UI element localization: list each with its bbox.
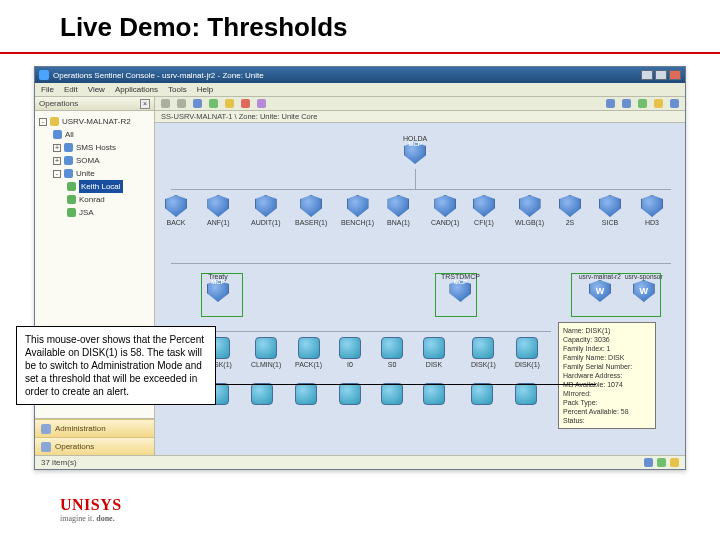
tree-item[interactable]: All bbox=[39, 128, 150, 141]
tool-icon[interactable] bbox=[638, 99, 647, 108]
menu-tools[interactable]: Tools bbox=[168, 85, 187, 94]
node[interactable]: AUDIT(1) bbox=[251, 195, 281, 226]
tree-item[interactable]: -Unite bbox=[39, 167, 150, 180]
cylinder-icon bbox=[339, 383, 361, 405]
tree-item[interactable]: +SMS Hosts bbox=[39, 141, 150, 154]
cylinder-icon bbox=[255, 337, 277, 359]
node-host[interactable]: usrv-sponsorW bbox=[625, 273, 663, 304]
menu-applications[interactable]: Applications bbox=[115, 85, 158, 94]
node-disk[interactable]: DISK bbox=[423, 337, 445, 368]
titlebar[interactable]: Operations Sentinel Console - usrv-malna… bbox=[35, 67, 685, 83]
tool-icon[interactable] bbox=[670, 99, 679, 108]
nav-operations[interactable]: Operations bbox=[35, 437, 154, 455]
maximize-button[interactable] bbox=[655, 70, 667, 80]
status-icon[interactable] bbox=[670, 458, 679, 467]
cylinder-icon bbox=[423, 337, 445, 359]
tool-icon[interactable] bbox=[177, 99, 186, 108]
node-disk[interactable] bbox=[515, 383, 537, 407]
tool-icon[interactable] bbox=[257, 99, 266, 108]
tree-item[interactable]: Konrad bbox=[39, 193, 150, 206]
node[interactable]: SICB bbox=[599, 195, 621, 226]
brand-logo: UNISYS imagine it. done. bbox=[60, 496, 122, 523]
node[interactable]: CAND(1) bbox=[431, 195, 459, 226]
cylinder-icon bbox=[295, 383, 317, 405]
tool-icon[interactable] bbox=[606, 99, 615, 108]
menu-file[interactable]: File bbox=[41, 85, 54, 94]
shield-icon bbox=[387, 195, 409, 217]
node-host[interactable]: usrv-malnat-r2W bbox=[579, 273, 621, 304]
shield-icon bbox=[559, 195, 581, 217]
tool-icon[interactable] bbox=[225, 99, 234, 108]
brand-tagline: imagine it. done. bbox=[60, 514, 122, 523]
menu-view[interactable]: View bbox=[88, 85, 105, 94]
node[interactable]: WLGB(1) bbox=[515, 195, 544, 226]
tool-icon[interactable] bbox=[193, 99, 202, 108]
node-disk[interactable] bbox=[381, 383, 403, 407]
node-disk[interactable] bbox=[295, 383, 317, 407]
node-disk[interactable] bbox=[471, 383, 493, 407]
status-icon[interactable] bbox=[657, 458, 666, 467]
status-icon[interactable] bbox=[644, 458, 653, 467]
tree-root[interactable]: -USRV-MALNAT-R2 bbox=[39, 115, 150, 128]
shield-icon bbox=[434, 195, 456, 217]
node[interactable]: BASER(1) bbox=[295, 195, 327, 226]
sidebar-close-icon[interactable]: × bbox=[140, 99, 150, 109]
statusbar: 37 item(s) bbox=[35, 455, 685, 469]
shield-icon bbox=[599, 195, 621, 217]
node-disk[interactable] bbox=[339, 383, 361, 407]
toolbar bbox=[155, 97, 685, 111]
tool-icon[interactable] bbox=[241, 99, 250, 108]
tree-item-selected[interactable]: Keith Local bbox=[39, 180, 150, 193]
node-disk[interactable]: CLMIN(1) bbox=[251, 337, 281, 368]
node-host[interactable]: TRSTDMCPMCP bbox=[441, 273, 480, 304]
shield-icon: W bbox=[589, 280, 611, 302]
cylinder-icon bbox=[423, 383, 445, 405]
node-disk[interactable]: PACK(1) bbox=[295, 337, 322, 368]
brand-name: UNISYS bbox=[60, 496, 122, 514]
shield-icon bbox=[347, 195, 369, 217]
node[interactable]: ANF(1) bbox=[207, 195, 230, 226]
cylinder-icon bbox=[339, 337, 361, 359]
shield-icon: W bbox=[633, 280, 655, 302]
node[interactable]: CFI(1) bbox=[473, 195, 495, 226]
cylinder-icon bbox=[515, 383, 537, 405]
node-disk[interactable]: I0 bbox=[339, 337, 361, 368]
minimize-button[interactable] bbox=[641, 70, 653, 80]
node-root[interactable]: HOLDA MCP bbox=[403, 135, 427, 166]
tool-icon[interactable] bbox=[654, 99, 663, 108]
node[interactable]: BNA(1) bbox=[387, 195, 410, 226]
breadcrumb: SS-USRV-MALNAT-1 \ Zone: Unite: Unite Co… bbox=[155, 111, 685, 123]
cylinder-icon bbox=[471, 383, 493, 405]
cylinder-icon bbox=[298, 337, 320, 359]
cylinder-icon bbox=[516, 337, 538, 359]
shield-icon bbox=[519, 195, 541, 217]
tool-icon[interactable] bbox=[209, 99, 218, 108]
node[interactable]: 2S bbox=[559, 195, 581, 226]
shield-icon bbox=[207, 195, 229, 217]
shield-icon bbox=[300, 195, 322, 217]
nav-administration[interactable]: Administration bbox=[35, 419, 154, 437]
window-title: Operations Sentinel Console - usrv-malna… bbox=[53, 71, 264, 80]
menu-edit[interactable]: Edit bbox=[64, 85, 78, 94]
node[interactable]: BACK bbox=[165, 195, 187, 226]
node-host[interactable]: TreatyMCP bbox=[207, 273, 229, 304]
node-disk[interactable]: S0 bbox=[381, 337, 403, 368]
close-button[interactable] bbox=[669, 70, 681, 80]
tool-icon[interactable] bbox=[622, 99, 631, 108]
node-disk[interactable] bbox=[423, 383, 445, 407]
node-disk[interactable]: DISK(1) bbox=[471, 337, 496, 368]
node[interactable]: HD3 bbox=[641, 195, 663, 226]
cylinder-icon bbox=[251, 383, 273, 405]
tool-icon[interactable] bbox=[161, 99, 170, 108]
node[interactable]: BENCH(1) bbox=[341, 195, 374, 226]
shield-icon bbox=[165, 195, 187, 217]
node-disk[interactable]: DISK(1) bbox=[515, 337, 540, 368]
sidebar-title: Operations bbox=[39, 99, 78, 108]
tree-item[interactable]: +SOMA bbox=[39, 154, 150, 167]
node-disk[interactable] bbox=[251, 383, 273, 407]
status-left: 37 item(s) bbox=[41, 458, 77, 467]
app-icon bbox=[39, 70, 49, 80]
tree-item[interactable]: JSA bbox=[39, 206, 150, 219]
menu-help[interactable]: Help bbox=[197, 85, 213, 94]
divider bbox=[0, 52, 720, 54]
